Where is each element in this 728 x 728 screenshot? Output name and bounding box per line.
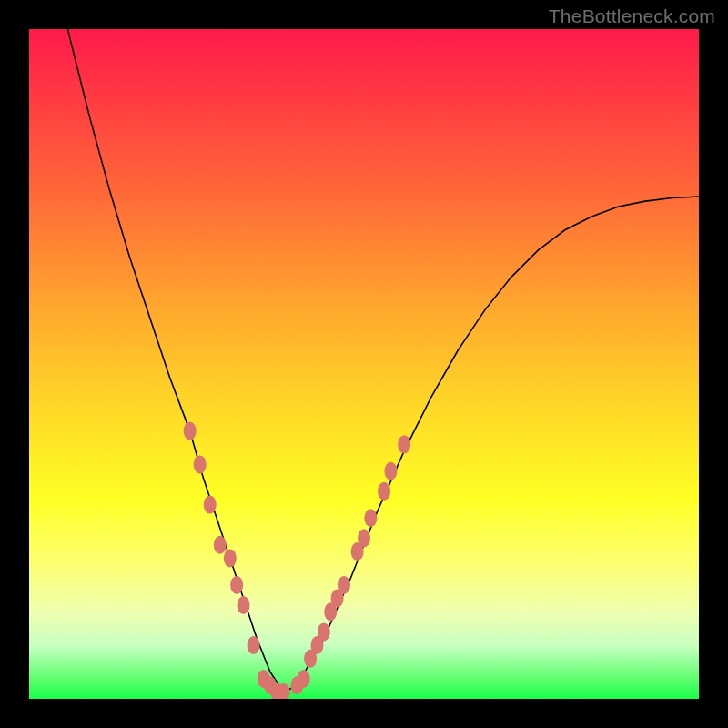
marker-dot xyxy=(238,596,250,614)
plot-area xyxy=(29,29,699,699)
marker-dot xyxy=(398,435,410,453)
marker-dot xyxy=(358,529,370,547)
marker-dot xyxy=(364,509,377,527)
marker-dot xyxy=(214,536,227,554)
highlighted-points xyxy=(184,422,411,699)
root-frame: TheBottleneck.com xyxy=(0,0,728,728)
marker-dot xyxy=(338,576,350,594)
watermark-text: TheBottleneck.com xyxy=(549,5,715,27)
marker-dot xyxy=(378,482,390,500)
marker-dot xyxy=(204,496,217,514)
marker-dot xyxy=(248,636,260,654)
marker-dot xyxy=(230,576,243,594)
marker-dot xyxy=(318,622,330,641)
chart-svg xyxy=(29,29,699,699)
marker-dot xyxy=(194,455,207,473)
marker-dot xyxy=(184,422,197,440)
marker-dot xyxy=(384,462,397,480)
bottleneck-curve xyxy=(29,29,699,693)
marker-dot xyxy=(298,670,310,688)
marker-dot xyxy=(224,549,237,567)
